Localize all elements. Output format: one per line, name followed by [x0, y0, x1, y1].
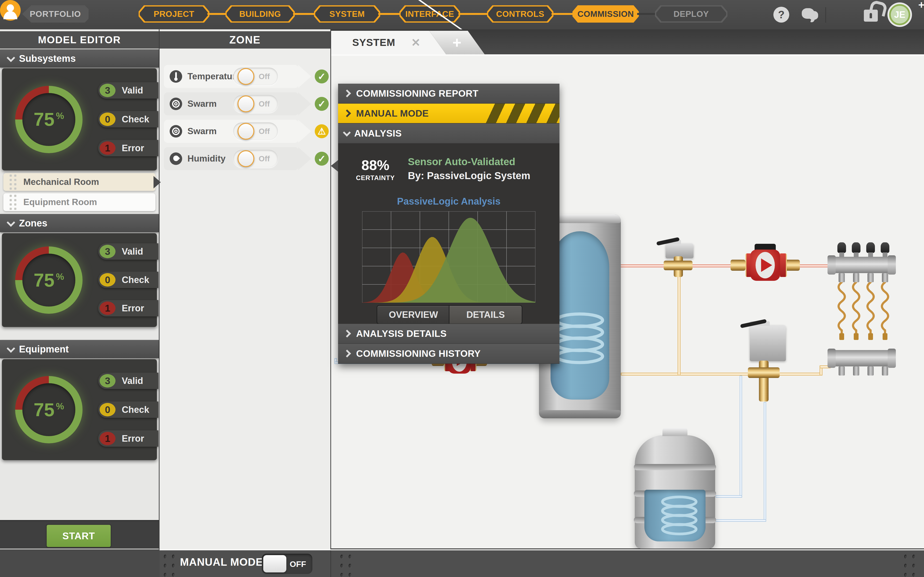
three-way-valve-return[interactable]: [748, 367, 780, 378]
footer-divider: [330, 550, 331, 577]
nav-step-commission[interactable]: COMMISSION: [572, 5, 639, 23]
certainty-label: CERTAINTY: [354, 174, 397, 182]
pump-flange: [779, 253, 787, 277]
thermometer-icon: [170, 70, 182, 83]
zone-row-swarm-2[interactable]: Swarm Off: [164, 120, 299, 143]
nav-step-controls[interactable]: CONTROLS: [487, 5, 553, 23]
zone-panel: ZONE Temperature Off ✓ Swarm Off ✓ Swarm…: [160, 29, 331, 550]
check-badge: 0 Check: [98, 272, 158, 288]
supply-manifold[interactable]: [830, 257, 893, 273]
drag-handle[interactable]: [10, 174, 16, 190]
drag-handle[interactable]: [10, 195, 16, 210]
section-label: COMMISSIONING REPORT: [356, 88, 478, 99]
check-count: 0: [100, 113, 115, 126]
three-way-valve-return[interactable]: [759, 361, 769, 401]
pipe-buffer-supply: [716, 495, 742, 498]
buffer-tank[interactable]: [635, 435, 715, 549]
check-icon: ✓: [315, 152, 329, 166]
manifold-port: [867, 366, 874, 376]
commissioning-panel: COMMISSIONING REPORT MANUAL MODE ANALYSI…: [338, 84, 559, 364]
section-header-subsystems[interactable]: Subsystems: [0, 49, 159, 68]
drag-handle[interactable]: [164, 554, 175, 577]
portfolio-back-button[interactable]: PORTFOLIO: [22, 5, 89, 23]
gauge-percent-sign: %: [56, 401, 64, 412]
drag-handle[interactable]: [904, 554, 915, 577]
chevron-right-icon: [343, 89, 351, 97]
section-label: MANUAL MODE: [356, 108, 429, 119]
avatar[interactable]: JE: [887, 2, 912, 27]
system-canvas: SYSTEM ✕ +: [331, 29, 924, 550]
start-button[interactable]: START: [46, 524, 111, 548]
section-header-equipment[interactable]: Equipment: [0, 340, 159, 358]
toggle-state-label: Off: [258, 127, 270, 136]
chevron-right-icon: [343, 330, 351, 338]
sidebar-item-equipment-room[interactable]: Equipment Room: [3, 193, 155, 211]
nav-step-project[interactable]: PROJECT: [139, 5, 209, 23]
zone-row-label: Temperature: [187, 71, 241, 82]
manifold-port: [882, 273, 888, 282]
tab-label: SYSTEM: [352, 37, 395, 48]
drag-handle[interactable]: [341, 554, 352, 577]
circulator-pump-main[interactable]: [750, 250, 780, 281]
sidebar-footer: START: [0, 520, 159, 549]
heat-coil: [659, 495, 700, 538]
tab-system[interactable]: SYSTEM ✕: [331, 31, 446, 54]
nav-step-deploy[interactable]: DEPLOY: [655, 5, 727, 23]
sidebar-item-mechanical-room[interactable]: Mechanical Room: [3, 173, 155, 191]
valve-actuator[interactable]: [666, 243, 693, 258]
humidity-toggle[interactable]: Off: [233, 150, 278, 168]
section-analysis-details[interactable]: ANALYSIS DETAILS: [338, 324, 559, 344]
section-commissioning-report[interactable]: COMMISSIONING REPORT: [338, 84, 559, 104]
section-label: COMMISSIONING HISTORY: [356, 348, 481, 359]
close-icon[interactable]: ✕: [411, 36, 421, 49]
error-count: 1: [100, 301, 115, 315]
nav-step-system[interactable]: SYSTEM: [314, 5, 380, 23]
swarm-toggle[interactable]: Off: [233, 95, 278, 113]
error-label: Error: [122, 303, 144, 314]
manifold-port: [838, 366, 845, 376]
add-user-icon[interactable]: +: [0, 0, 21, 21]
person-icon: [3, 11, 17, 19]
equipment-gauge-card: 75% 3 Valid 0 Check 1 Error: [2, 359, 157, 460]
pipe-buffer-supply: [740, 376, 742, 497]
overview-button[interactable]: OVERVIEW: [376, 305, 450, 324]
temperature-toggle[interactable]: Off: [233, 68, 278, 85]
zone-row-label: Swarm: [187, 126, 216, 136]
details-button[interactable]: DETAILS: [449, 305, 522, 324]
flow-arrow-icon: [761, 258, 772, 272]
section-header-zones[interactable]: Zones: [0, 214, 159, 232]
help-icon[interactable]: ?: [773, 7, 789, 23]
tank-base: [539, 410, 621, 418]
subsystems-gauge-card: 75% 3 Valid 0 Check 1 Error: [2, 68, 157, 171]
tank-rib: [634, 464, 716, 470]
section-commissioning-history[interactable]: COMMISSIONING HISTORY: [338, 344, 559, 364]
pipe-valve-branch: [678, 267, 680, 376]
valid-badge: 3 Valid: [98, 372, 158, 389]
nav-connector: [293, 13, 316, 15]
validated-by: By: PassiveLogic System: [408, 170, 530, 182]
section-manual-mode[interactable]: MANUAL MODE: [338, 104, 559, 124]
section-analysis[interactable]: ANALYSIS: [338, 124, 559, 143]
return-manifold[interactable]: [830, 350, 893, 366]
manual-mode-toggle[interactable]: OFF: [262, 554, 312, 574]
feedback-icon[interactable]: [801, 7, 817, 23]
section-label: ANALYSIS DETAILS: [356, 329, 447, 339]
manifold-cap-icon: [852, 242, 861, 253]
toggle-knob: [237, 123, 254, 140]
check-icon: ✓: [315, 97, 329, 111]
nav-step-building[interactable]: BUILDING: [226, 5, 295, 23]
check-label: Check: [122, 405, 149, 415]
zone-row-temperature[interactable]: Temperature Off: [164, 65, 299, 88]
zone-row-humidity[interactable]: Humidity Off: [164, 147, 299, 170]
swarm-toggle[interactable]: Off: [233, 122, 278, 140]
zone-row-swarm-1[interactable]: Swarm Off: [164, 92, 299, 115]
unlock-icon[interactable]: [864, 10, 878, 22]
manifold-port: [838, 273, 845, 282]
tab-bar: SYSTEM ✕ +: [331, 29, 924, 54]
analysis-chart: [362, 211, 535, 303]
three-way-valve-hot[interactable]: [664, 261, 693, 270]
pipe-return-warm: [621, 372, 822, 376]
gauge-percent: 75: [34, 399, 55, 421]
valve-actuator[interactable]: [750, 325, 786, 361]
chevron-down-icon: [7, 218, 15, 226]
